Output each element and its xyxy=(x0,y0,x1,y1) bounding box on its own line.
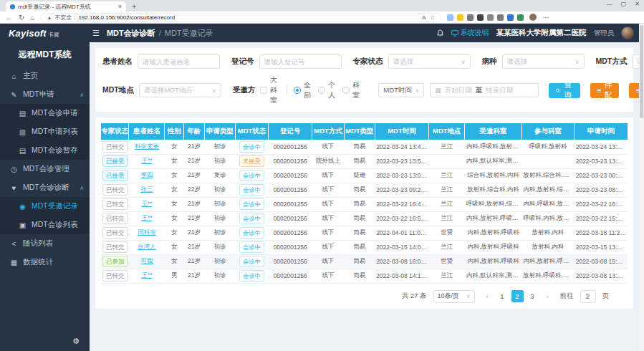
radio-个人[interactable] xyxy=(318,87,325,94)
cell-expert_status: 已接受 xyxy=(101,154,129,168)
extension-icon[interactable] xyxy=(457,14,463,21)
date-range-picker[interactable]: ▦ 开始日期 至 结束日期 xyxy=(430,83,539,97)
window-minimize-button[interactable]: — xyxy=(607,1,612,7)
sidebar-item-home[interactable]: ⌂主页 xyxy=(0,67,90,85)
sidebar-item-mdt-consult-list[interactable]: ▣MDT会诊列表 xyxy=(0,216,90,234)
sidebar-item-label: MDT申请列表 xyxy=(32,127,78,137)
radio-全部[interactable] xyxy=(294,87,301,94)
sidebar-item-mdt-apply[interactable]: ✎MDT申请∧ xyxy=(0,85,90,104)
page-button-3[interactable]: 3 xyxy=(527,290,539,302)
settings-gear-icon[interactable]: ⚙ xyxy=(72,337,80,346)
draft-icon: ▤ xyxy=(19,147,27,155)
cell-mdt_status: 会诊中 xyxy=(235,168,268,183)
cell-mdt_mode: 线下 xyxy=(312,269,345,283)
app-logo: Kayisoft 卡翼 xyxy=(0,28,90,39)
cell-apply_time: 2022-03-22 15:57:03 xyxy=(575,211,628,226)
sidebar-item-mdt-consult-apply[interactable]: ▤MDT会诊申请 xyxy=(0,104,90,122)
reader-mode-icon[interactable]: A xyxy=(422,14,426,21)
browser-tab[interactable]: mdt受邀记录 - 远程MDT系统 × xyxy=(6,1,126,11)
extension-icon[interactable] xyxy=(447,14,453,21)
goto-page-input[interactable] xyxy=(580,290,596,303)
extension-icon[interactable] xyxy=(497,14,504,21)
home-button[interactable]: ⌂ xyxy=(30,14,34,21)
user-avatar[interactable] xyxy=(621,27,634,39)
patient-name-link[interactable]: 王** xyxy=(141,214,152,221)
sidebar-item-mdt-manage[interactable]: ◷MDT会诊管理 xyxy=(0,160,90,178)
cell-mdt_time: 2022-03-08 16:00:00 xyxy=(375,254,429,269)
cell-invited_depts: 内科,放射科,呼吸科 xyxy=(465,240,522,254)
cell-mdt_type: 简易 xyxy=(345,269,375,283)
next-page-button[interactable]: › xyxy=(542,290,554,302)
cell-apply_time: 2022-03-08 15:24:58 xyxy=(575,254,628,269)
page-button-2[interactable]: 2 xyxy=(511,290,524,302)
cell-apply_type: 初诊 xyxy=(205,197,236,211)
cell-reg_no: 0002001256 xyxy=(269,197,312,211)
browser-menu-icon[interactable]: ⋯ xyxy=(542,14,549,21)
cell-expert_status: 已转交 xyxy=(101,240,129,254)
select-value: MDT时间 xyxy=(383,86,412,95)
mdt_status-tag: 会诊中 xyxy=(239,241,265,253)
registration-no-input[interactable] xyxy=(259,54,342,69)
url-bar: ← ↻ ⌂ ▲ 不安全 192.168.0.156:9002/consultat… xyxy=(0,11,644,24)
radio-科室[interactable] xyxy=(342,87,350,94)
page-button-1[interactable]: 1 xyxy=(496,290,509,302)
cell-mdt_type: 疑难 xyxy=(345,168,375,183)
sidebar-item-follow-up-list[interactable]: <随访列表 xyxy=(0,234,90,253)
sidebar-item-statistics[interactable]: ▦数据统计 xyxy=(0,253,90,271)
cell-mdt_status: 会诊中 xyxy=(235,197,268,211)
extension-icon[interactable] xyxy=(467,14,474,21)
cell-reg_no: 0002001256 xyxy=(269,240,312,254)
sidebar-item-mdt-apply-list[interactable]: ▥MDT申请列表 xyxy=(0,122,90,141)
mdt-place-select[interactable]: 请选择MDT地点 ∨ xyxy=(139,83,221,97)
back-button[interactable]: ← xyxy=(6,14,13,21)
cell-apply_type: 初诊 xyxy=(205,240,236,254)
tab-close-icon[interactable]: × xyxy=(118,3,122,10)
sidebar-item-mdt-draft[interactable]: ▤MDT会诊暂存 xyxy=(0,141,90,160)
sidebar-item-mdt-diagnose[interactable]: ♥MDT会诊诊断∧ xyxy=(0,178,90,197)
window-maximize-button[interactable]: ▢ xyxy=(621,1,627,7)
patient-name-link[interactable]: 王** xyxy=(141,157,152,164)
favorite-star-icon[interactable]: ☆ xyxy=(430,14,435,21)
extension-icon[interactable] xyxy=(477,14,484,21)
notification-bell-icon[interactable] xyxy=(436,29,444,37)
extension-icon[interactable] xyxy=(517,14,524,21)
window-close-button[interactable]: ✕ xyxy=(635,1,640,7)
page-size-select[interactable]: 10条/页 ∨ xyxy=(433,290,475,303)
new-tab-button[interactable]: + xyxy=(132,1,136,11)
expert-status-select[interactable]: 请选择∨ xyxy=(388,54,471,69)
big-department-checkbox[interactable] xyxy=(260,87,267,94)
sidebar-collapse-icon[interactable]: ☰ xyxy=(92,29,100,38)
disease-select[interactable]: 请选择∨ xyxy=(502,54,585,69)
patient-name-link[interactable]: 张三 xyxy=(140,186,153,193)
cell-reg_no: 0002001256 xyxy=(269,183,312,197)
patient-name-link[interactable]: 同科室 xyxy=(138,229,156,236)
scrollbar-thumb[interactable] xyxy=(640,25,643,118)
patient-name-link[interactable]: 王** xyxy=(141,200,152,207)
patient-name-input[interactable] xyxy=(138,54,220,69)
condition-config-button[interactable]: ≡ 条件配置 xyxy=(590,83,619,98)
patient-name-link[interactable]: 科室变更 xyxy=(135,143,159,150)
patient-name-link[interactable]: 李四 xyxy=(140,171,153,178)
chevron-down-icon: ∨ xyxy=(575,59,580,65)
cell-joined_depts: 呼吸科,内科,放射科,影像科 xyxy=(522,211,575,226)
sidebar-item-mdt-invited-records[interactable]: ◉MDT受邀记录 xyxy=(0,197,90,216)
mdt-time-field-select[interactable]: MDT时间 ∨ xyxy=(378,83,424,97)
refresh-button[interactable]: ↻ xyxy=(19,14,24,21)
browser-profile-avatar[interactable] xyxy=(529,14,537,21)
patient-name-link[interactable]: 台湾人 xyxy=(138,243,156,250)
page-scrollbar[interactable] xyxy=(639,24,644,351)
extension-icon[interactable] xyxy=(487,14,494,21)
address-bar[interactable]: ▲ 不安全 192.168.0.156:9002/consultate/reco… xyxy=(40,13,441,22)
cell-age: 21岁 xyxy=(183,226,204,240)
filter-field: 专家状态请选择∨ xyxy=(353,54,471,69)
cell-gender: 女 xyxy=(165,240,183,254)
patient-name-link[interactable]: 王** xyxy=(141,271,152,279)
cell-mdt_mode: 线下 xyxy=(312,254,345,269)
system-info-button[interactable]: 系统说明 xyxy=(451,28,489,38)
patient-name-link[interactable]: 可我 xyxy=(140,257,153,264)
filter-field: 登记号 xyxy=(231,54,342,69)
filter-field: MDT方式请选择MDT方式∨ xyxy=(596,54,644,69)
extension-icon[interactable] xyxy=(507,14,514,21)
prev-page-button[interactable]: ‹ xyxy=(481,290,494,302)
search-button[interactable]: 查询 xyxy=(549,83,580,98)
